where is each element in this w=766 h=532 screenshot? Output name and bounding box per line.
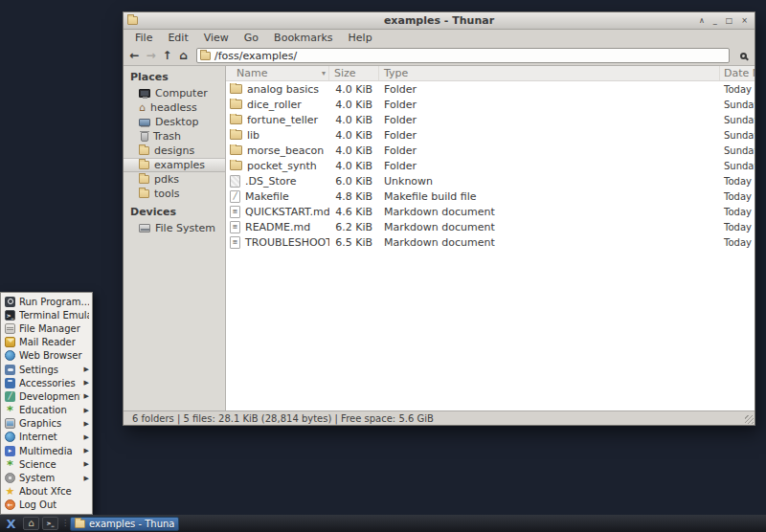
computer-icon <box>139 89 150 98</box>
file-row-makefile[interactable]: ╱Makefile 4.8 KiB Makefile build file To… <box>226 188 755 204</box>
menu-item-settings[interactable]: Settings ▶ <box>1 363 92 376</box>
xfce-menu-button[interactable]: X <box>2 515 20 532</box>
statusbar-text: 6 folders | 5 files: 28.1 KiB (28,814 by… <box>132 413 434 424</box>
markdown-document-icon: ≡ <box>230 206 240 218</box>
log-out-icon: ← <box>5 499 15 510</box>
taskbar-window-button[interactable]: examples - Thunar <box>70 517 179 531</box>
submenu-arrow-icon: ▶ <box>84 420 89 428</box>
thunar-window[interactable]: examples - Thunar ∧ _ □ × File Edit View… <box>123 11 755 426</box>
menu-go[interactable]: Go <box>237 32 266 44</box>
file-row-pocket-synth[interactable]: pocket_synth 4.0 KiB Folder Sunday <box>226 158 755 173</box>
file-manager-launcher[interactable]: ⌂ <box>23 517 39 530</box>
menu-view[interactable]: View <box>196 32 237 44</box>
maximize-icon[interactable]: □ <box>726 17 733 25</box>
column-header-name[interactable]: Name ▾ <box>226 66 329 80</box>
file-row-troubleshooting-md[interactable]: ≡TROUBLESHOOTING.md 6.5 KiB Markdown doc… <box>226 234 755 250</box>
submenu-arrow-icon: ▶ <box>84 392 89 400</box>
sidebar-item-file-system[interactable]: File System <box>124 221 225 235</box>
menu-bookmarks[interactable]: Bookmarks <box>266 32 340 44</box>
menu-item-run-program[interactable]: Run Program... <box>1 295 92 308</box>
folder-icon <box>139 161 149 169</box>
submenu-arrow-icon: ▶ <box>84 366 89 373</box>
mail-icon <box>5 337 15 347</box>
submenu-arrow-icon: ▶ <box>84 433 89 441</box>
path-input[interactable]: /foss/examples/ <box>196 48 730 63</box>
sidebar-item-computer[interactable]: Computer <box>124 86 225 100</box>
path-folder-icon <box>200 52 211 60</box>
menu-item-file-manager[interactable]: File Manager <box>1 321 92 335</box>
file-row-readme-md[interactable]: ≡README.md 6.2 KiB Markdown document Tod… <box>226 219 755 234</box>
menu-file[interactable]: File <box>127 32 160 44</box>
terminal-launcher[interactable]: >_ <box>42 517 58 530</box>
tasklist-handle[interactable]: ⋮ <box>61 520 67 527</box>
markdown-document-icon: ≡ <box>230 236 240 249</box>
menu-item-education[interactable]: * Education ▶ <box>1 404 92 417</box>
menu-item-web-browser[interactable]: Web Browser <box>1 349 92 363</box>
sidebar-item-trash[interactable]: Trash <box>124 129 225 144</box>
search-button[interactable] <box>734 48 752 64</box>
minimize-icon[interactable]: _ <box>713 17 717 25</box>
menu-edit[interactable]: Edit <box>160 32 195 44</box>
sidebar-item-designs[interactable]: designs <box>124 144 225 158</box>
resize-grip[interactable] <box>745 415 754 424</box>
file-row-morse-beacon[interactable]: morse_beacon 4.0 KiB Folder Sunday <box>226 143 755 158</box>
menu-item-development[interactable]: ╱ Development ▶ <box>1 389 92 403</box>
unknown-file-icon <box>230 175 240 188</box>
file-row-ds-store[interactable]: .DS_Store 6.0 KiB Unknown Today <box>226 173 755 188</box>
statusbar: 6 folders | 5 files: 28.1 KiB (28,814 by… <box>124 410 755 425</box>
menu-item-science[interactable]: * Science ▶ <box>1 457 92 471</box>
sidebar-item-headless[interactable]: ⌂ headless <box>124 100 225 115</box>
forward-button[interactable]: → <box>143 48 159 64</box>
graphics-icon <box>5 418 15 429</box>
file-manager-icon <box>5 323 15 334</box>
globe-icon <box>5 350 15 361</box>
close-icon[interactable]: × <box>741 17 748 25</box>
submenu-arrow-icon: ▶ <box>84 475 89 482</box>
shade-icon[interactable]: ∧ <box>699 17 705 25</box>
home-button[interactable]: ⌂ <box>175 48 192 64</box>
gear-icon <box>5 473 15 483</box>
menu-item-graphics[interactable]: Graphics ▶ <box>1 417 92 431</box>
folder-icon <box>230 100 242 109</box>
file-list-pane: Name ▾ Size Type Date Modified analog ba… <box>226 66 755 410</box>
window-controls: ∧ _ □ × <box>699 17 755 25</box>
column-header-size[interactable]: Size <box>329 66 379 80</box>
trash-icon <box>141 132 148 142</box>
sidebar-item-examples[interactable]: examples <box>124 158 225 172</box>
column-header-date-modified[interactable]: Date Modified <box>720 66 755 80</box>
folder-icon <box>230 115 242 124</box>
folder-icon <box>230 161 242 170</box>
search-icon <box>740 53 747 59</box>
column-header-type[interactable]: Type <box>379 66 720 80</box>
file-row-analog-basics[interactable]: analog basics 4.0 KiB Folder Today <box>226 81 755 97</box>
sidebar-item-desktop[interactable]: Desktop <box>124 115 225 129</box>
menu-item-about-xfce[interactable]: ★ About Xfce <box>1 485 92 499</box>
up-button[interactable]: ↑ <box>159 48 175 64</box>
path-text: /foss/examples/ <box>214 50 297 62</box>
sidebar-item-pdks[interactable]: pdks <box>124 172 225 187</box>
taskbar: X ⌂ >_ ⋮ examples - Thunar <box>0 515 766 532</box>
desktop: { "icons": { "back": "←", "forward": "→"… <box>0 0 766 532</box>
menu-item-system[interactable]: System ▶ <box>1 471 92 484</box>
titlebar[interactable]: examples - Thunar ∧ _ □ × <box>124 12 755 30</box>
file-rows: analog basics 4.0 KiB Folder Today dice_… <box>226 81 755 410</box>
science-icon: * <box>5 459 15 470</box>
file-row-quickstart-md[interactable]: ≡QUICKSTART.md 4.6 KiB Markdown document… <box>226 204 755 219</box>
back-button[interactable]: ← <box>126 48 143 64</box>
menu-item-internet[interactable]: Internet ▶ <box>1 431 92 444</box>
makefile-icon: ╱ <box>230 190 240 203</box>
file-row-dice-roller[interactable]: dice_roller 4.0 KiB Folder Sunday <box>226 97 755 112</box>
menu-item-accessories[interactable]: Accessories ▶ <box>1 376 92 389</box>
file-row-lib[interactable]: lib 4.0 KiB Folder Sunday <box>226 127 755 143</box>
menu-item-terminal-emulator[interactable]: >_ Terminal Emulator <box>1 308 92 321</box>
file-row-fortune-teller[interactable]: fortune_teller 4.0 KiB Folder Sunday <box>226 112 755 127</box>
menu-item-log-out[interactable]: ← Log Out <box>1 499 92 512</box>
drive-icon <box>139 224 150 233</box>
menu-item-mail-reader[interactable]: Mail Reader <box>1 336 92 349</box>
markdown-document-icon: ≡ <box>230 221 240 233</box>
devices-header: Devices <box>124 201 225 221</box>
menu-item-multimedia[interactable]: ▸ Multimedia ▶ <box>1 444 92 457</box>
folder-icon <box>139 189 149 198</box>
menu-help[interactable]: Help <box>341 32 380 44</box>
sidebar-item-tools[interactable]: tools <box>124 187 225 201</box>
